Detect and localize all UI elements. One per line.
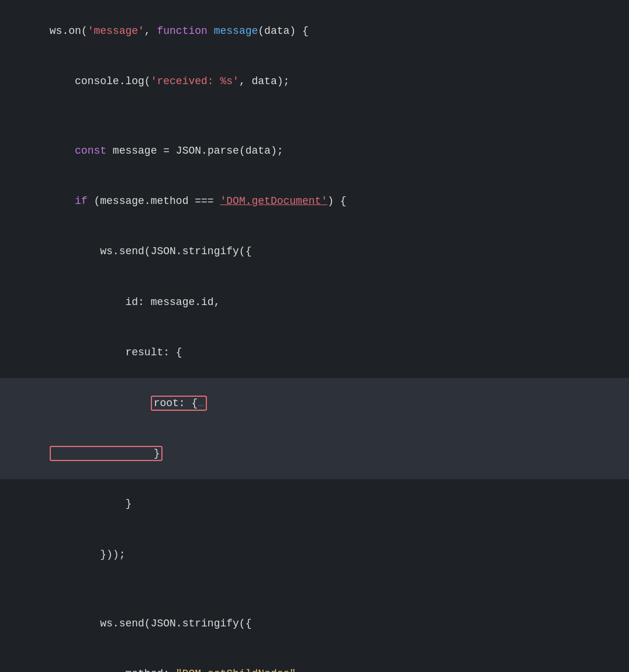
code-line-6: ws.send(JSON.stringify({ — [0, 227, 629, 277]
code-line-12: })); — [0, 529, 629, 580]
code-line-14: ws.send(JSON.stringify({ — [0, 598, 629, 649]
code-line-2: console.log('received: %s', data); — [0, 56, 629, 106]
code-line-1: ws.on('message', function message(data) … — [0, 6, 629, 56]
code-block: ws.on('message', function message(data) … — [0, 0, 629, 672]
code-line-10: } — [0, 428, 629, 479]
code-line-5: if (message.method === 'DOM.getDocument'… — [0, 176, 629, 226]
code-line-13 — [0, 580, 629, 598]
code-line-11: } — [0, 479, 629, 529]
code-line-4: const message = JSON.parse(data); — [0, 126, 629, 176]
code-line-3 — [0, 107, 629, 126]
code-line-7: id: message.id, — [0, 277, 629, 327]
code-line-15: method: "DOM.setChildNodes", — [0, 649, 629, 672]
code-line-8: result: { — [0, 327, 629, 377]
code-line-9: root: {… — [0, 378, 629, 428]
